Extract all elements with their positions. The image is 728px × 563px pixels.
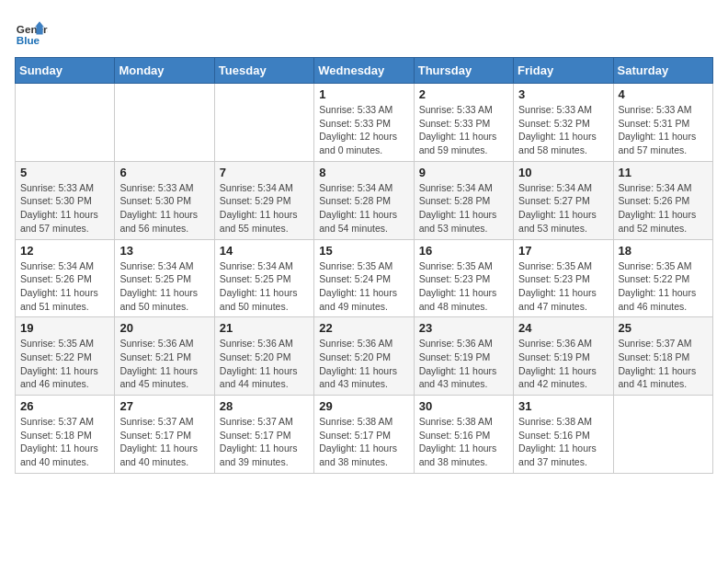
calendar-cell: 9Sunrise: 5:34 AM Sunset: 5:28 PM Daylig…: [414, 161, 513, 239]
calendar-cell: 6Sunrise: 5:33 AM Sunset: 5:30 PM Daylig…: [115, 161, 214, 239]
day-info: Sunrise: 5:35 AM Sunset: 5:23 PM Dayligh…: [518, 259, 608, 314]
day-info: Sunrise: 5:35 AM Sunset: 5:22 PM Dayligh…: [20, 337, 109, 391]
calendar-cell: [613, 396, 712, 474]
day-info: Sunrise: 5:34 AM Sunset: 5:26 PM Dayligh…: [20, 259, 109, 314]
calendar-cell: 7Sunrise: 5:34 AM Sunset: 5:29 PM Daylig…: [214, 161, 313, 239]
day-info: Sunrise: 5:36 AM Sunset: 5:19 PM Dayligh…: [518, 337, 608, 391]
day-info: Sunrise: 5:33 AM Sunset: 5:31 PM Dayligh…: [619, 103, 708, 157]
calendar-table: SundayMondayTuesdayWednesdayThursdayFrid…: [15, 57, 713, 474]
day-info: Sunrise: 5:35 AM Sunset: 5:24 PM Dayligh…: [319, 259, 408, 314]
day-info: Sunrise: 5:34 AM Sunset: 5:29 PM Dayligh…: [220, 181, 309, 236]
calendar-cell: [16, 84, 115, 162]
calendar-cell: 27Sunrise: 5:37 AM Sunset: 5:17 PM Dayli…: [115, 396, 214, 474]
day-info: Sunrise: 5:33 AM Sunset: 5:30 PM Dayligh…: [20, 181, 109, 236]
day-number: 26: [20, 399, 109, 413]
day-info: Sunrise: 5:38 AM Sunset: 5:16 PM Dayligh…: [518, 415, 608, 469]
day-info: Sunrise: 5:34 AM Sunset: 5:26 PM Dayligh…: [619, 181, 708, 236]
day-info: Sunrise: 5:34 AM Sunset: 5:27 PM Dayligh…: [518, 181, 608, 236]
calendar-cell: 4Sunrise: 5:33 AM Sunset: 5:31 PM Daylig…: [613, 84, 712, 162]
day-number: 29: [319, 399, 408, 413]
day-number: 25: [619, 321, 708, 335]
day-number: 18: [619, 244, 708, 258]
calendar-cell: 19Sunrise: 5:35 AM Sunset: 5:22 PM Dayli…: [16, 317, 115, 396]
calendar-cell: 11Sunrise: 5:34 AM Sunset: 5:26 PM Dayli…: [613, 161, 712, 239]
day-info: Sunrise: 5:34 AM Sunset: 5:25 PM Dayligh…: [220, 259, 309, 314]
weekday-header: Monday: [115, 58, 214, 84]
calendar-cell: 21Sunrise: 5:36 AM Sunset: 5:20 PM Dayli…: [214, 317, 313, 396]
calendar-cell: 22Sunrise: 5:36 AM Sunset: 5:20 PM Dayli…: [314, 317, 414, 396]
svg-text:Blue: Blue: [17, 34, 40, 46]
calendar-cell: 16Sunrise: 5:35 AM Sunset: 5:23 PM Dayli…: [414, 239, 513, 317]
calendar-cell: 1Sunrise: 5:33 AM Sunset: 5:33 PM Daylig…: [314, 84, 414, 162]
calendar-week-row: 1Sunrise: 5:33 AM Sunset: 5:33 PM Daylig…: [16, 84, 713, 162]
day-info: Sunrise: 5:33 AM Sunset: 5:33 PM Dayligh…: [319, 103, 408, 157]
day-number: 30: [419, 399, 508, 413]
calendar-cell: 12Sunrise: 5:34 AM Sunset: 5:26 PM Dayli…: [16, 239, 115, 317]
calendar-cell: 17Sunrise: 5:35 AM Sunset: 5:23 PM Dayli…: [514, 239, 613, 317]
calendar-cell: 25Sunrise: 5:37 AM Sunset: 5:18 PM Dayli…: [613, 317, 712, 396]
calendar-cell: 20Sunrise: 5:36 AM Sunset: 5:21 PM Dayli…: [115, 317, 214, 396]
calendar-cell: 24Sunrise: 5:36 AM Sunset: 5:19 PM Dayli…: [514, 317, 613, 396]
day-info: Sunrise: 5:38 AM Sunset: 5:16 PM Dayligh…: [419, 415, 508, 469]
day-number: 15: [319, 244, 408, 258]
calendar-cell: 3Sunrise: 5:33 AM Sunset: 5:32 PM Daylig…: [514, 84, 613, 162]
day-number: 9: [419, 166, 508, 179]
calendar-cell: 10Sunrise: 5:34 AM Sunset: 5:27 PM Dayli…: [514, 161, 613, 239]
day-number: 31: [518, 399, 608, 413]
calendar-cell: 8Sunrise: 5:34 AM Sunset: 5:28 PM Daylig…: [314, 161, 414, 239]
calendar-cell: 31Sunrise: 5:38 AM Sunset: 5:16 PM Dayli…: [514, 396, 613, 474]
day-info: Sunrise: 5:33 AM Sunset: 5:32 PM Dayligh…: [518, 103, 608, 157]
day-number: 27: [119, 399, 209, 413]
day-info: Sunrise: 5:34 AM Sunset: 5:28 PM Dayligh…: [319, 181, 408, 236]
day-info: Sunrise: 5:37 AM Sunset: 5:17 PM Dayligh…: [119, 415, 209, 469]
day-number: 5: [20, 166, 109, 179]
day-info: Sunrise: 5:33 AM Sunset: 5:33 PM Dayligh…: [419, 103, 508, 157]
calendar-cell: [214, 84, 313, 162]
calendar-cell: 5Sunrise: 5:33 AM Sunset: 5:30 PM Daylig…: [16, 161, 115, 239]
day-number: 10: [518, 166, 608, 179]
day-info: Sunrise: 5:37 AM Sunset: 5:18 PM Dayligh…: [20, 415, 109, 469]
day-number: 28: [220, 399, 309, 413]
day-number: 23: [419, 321, 508, 335]
day-number: 17: [518, 244, 608, 258]
day-number: 21: [220, 321, 309, 335]
day-number: 3: [518, 87, 608, 101]
weekday-header: Saturday: [613, 58, 712, 84]
calendar-cell: 30Sunrise: 5:38 AM Sunset: 5:16 PM Dayli…: [414, 396, 513, 474]
day-number: 14: [220, 244, 309, 258]
day-info: Sunrise: 5:34 AM Sunset: 5:28 PM Dayligh…: [419, 181, 508, 236]
day-number: 7: [220, 166, 309, 179]
day-info: Sunrise: 5:36 AM Sunset: 5:21 PM Dayligh…: [119, 337, 209, 391]
calendar-cell: 28Sunrise: 5:37 AM Sunset: 5:17 PM Dayli…: [214, 396, 313, 474]
calendar-header-row: SundayMondayTuesdayWednesdayThursdayFrid…: [16, 58, 713, 84]
calendar-cell: 26Sunrise: 5:37 AM Sunset: 5:18 PM Dayli…: [16, 396, 115, 474]
calendar-week-row: 5Sunrise: 5:33 AM Sunset: 5:30 PM Daylig…: [16, 161, 713, 239]
calendar-cell: 18Sunrise: 5:35 AM Sunset: 5:22 PM Dayli…: [613, 239, 712, 317]
day-info: Sunrise: 5:36 AM Sunset: 5:20 PM Dayligh…: [319, 337, 408, 391]
day-info: Sunrise: 5:35 AM Sunset: 5:22 PM Dayligh…: [619, 259, 708, 314]
calendar-cell: 13Sunrise: 5:34 AM Sunset: 5:25 PM Dayli…: [115, 239, 214, 317]
day-number: 4: [619, 87, 708, 101]
calendar-cell: 15Sunrise: 5:35 AM Sunset: 5:24 PM Dayli…: [314, 239, 414, 317]
day-number: 8: [319, 166, 408, 179]
weekday-header: Wednesday: [314, 58, 414, 84]
logo: General Blue: [15, 15, 48, 48]
day-info: Sunrise: 5:33 AM Sunset: 5:30 PM Dayligh…: [119, 181, 209, 236]
calendar-cell: 23Sunrise: 5:36 AM Sunset: 5:19 PM Dayli…: [414, 317, 513, 396]
weekday-header: Friday: [514, 58, 613, 84]
day-number: 1: [319, 87, 408, 101]
weekday-header: Thursday: [414, 58, 513, 84]
day-info: Sunrise: 5:36 AM Sunset: 5:19 PM Dayligh…: [419, 337, 508, 391]
day-info: Sunrise: 5:38 AM Sunset: 5:17 PM Dayligh…: [319, 415, 408, 469]
day-number: 22: [319, 321, 408, 335]
calendar-week-row: 19Sunrise: 5:35 AM Sunset: 5:22 PM Dayli…: [16, 317, 713, 396]
day-info: Sunrise: 5:36 AM Sunset: 5:20 PM Dayligh…: [220, 337, 309, 391]
calendar-week-row: 26Sunrise: 5:37 AM Sunset: 5:18 PM Dayli…: [16, 396, 713, 474]
day-number: 24: [518, 321, 608, 335]
day-info: Sunrise: 5:35 AM Sunset: 5:23 PM Dayligh…: [419, 259, 508, 314]
day-number: 13: [119, 244, 209, 258]
day-number: 19: [20, 321, 109, 335]
weekday-header: Sunday: [16, 58, 115, 84]
day-number: 12: [20, 244, 109, 258]
calendar-cell: [115, 84, 214, 162]
